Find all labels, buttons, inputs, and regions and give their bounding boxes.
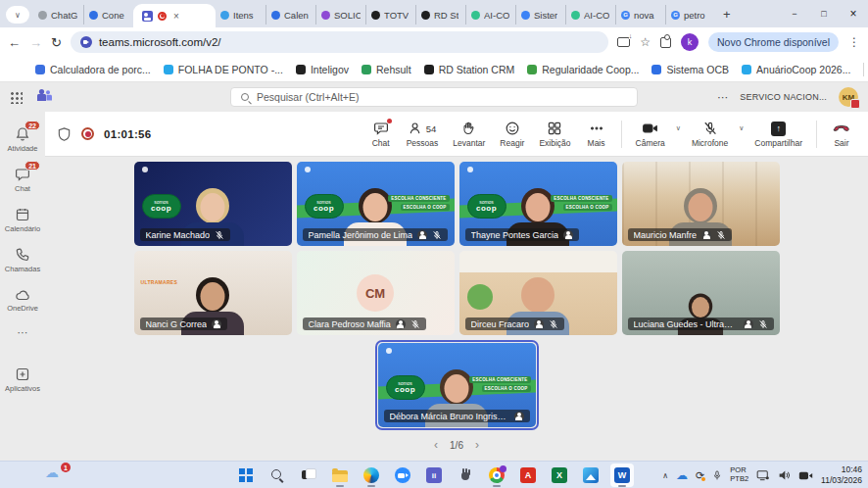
more-button[interactable]: Mais [580, 114, 613, 155]
bookmark-item[interactable]: RD Station CRM [424, 64, 515, 75]
previous-page-icon[interactable] [434, 438, 438, 452]
browser-tab[interactable]: AI-CO [565, 5, 615, 24]
participant-tile[interactable]: ESCOLHA CONSCIENTE ESCOLHA O COOP somos … [297, 251, 455, 335]
bookmark-item[interactable]: FOLHA DE PONTO -... [164, 64, 283, 75]
sidebar-item-chamadas[interactable]: Chamadas [0, 240, 45, 279]
camera-options-chevron[interactable] [674, 124, 683, 132]
participant-tile[interactable]: ESCOLHA CONSCIENTE ESCOLHA O COOP somos … [622, 162, 780, 246]
browser-menu-icon[interactable] [848, 35, 860, 49]
weather-widget-icon[interactable]: 1 [45, 465, 69, 485]
volume-tray-icon[interactable] [778, 469, 791, 481]
new-tab-button[interactable] [723, 7, 731, 22]
shield-icon[interactable] [57, 126, 72, 142]
bookmark-item[interactable]: Calculadora de porc... [35, 64, 151, 75]
forward-button[interactable] [29, 35, 42, 50]
chrome-icon[interactable] [485, 464, 508, 487]
minimize-button[interactable] [780, 0, 809, 27]
participant-tile[interactable]: ESCOLHA CONSCIENTE ESCOLHA O COOP somos … [459, 162, 617, 246]
participant-tile[interactable]: ESCOLHA CONSCIENTE ESCOLHA O COOP somos … [134, 251, 292, 335]
leave-button[interactable]: Sair [825, 114, 858, 155]
browser-tab[interactable]: Cone [83, 5, 133, 24]
waffle-menu-icon[interactable] [10, 91, 23, 104]
react-button[interactable]: Reagir [494, 114, 530, 155]
bookmark-star-icon[interactable] [640, 35, 651, 49]
browser-tab-active-teams[interactable] [133, 4, 216, 27]
bookmark-item[interactable]: Inteligov [296, 64, 349, 75]
photos-icon[interactable] [579, 464, 603, 487]
sync-tray-icon[interactable] [696, 469, 704, 482]
tab-label: ChatG [51, 10, 77, 21]
reload-button[interactable] [51, 35, 62, 50]
bookmark-item[interactable]: Rehsult [362, 64, 411, 75]
extensions-icon[interactable] [660, 37, 671, 48]
browser-tab[interactable]: TOTV [365, 5, 415, 24]
profile-avatar[interactable]: k [681, 33, 699, 51]
teams-search-input[interactable]: Pesquisar (Ctrl+Alt+E) [230, 87, 638, 107]
system-tray: POR PTB2 10:46 11/03/2026 [662, 462, 862, 488]
sidebar-item-aplicativos[interactable]: Aplicativos [0, 360, 45, 399]
raise-hand-button[interactable]: Levantar [447, 114, 491, 155]
sidebar-item-chat[interactable]: Chat 21 [0, 160, 45, 199]
apps-plus-icon [15, 366, 30, 382]
browser-tab[interactable]: Itens [216, 5, 265, 24]
onedrive-tray-icon[interactable] [676, 468, 688, 482]
sidebar-item-calendario[interactable]: Calendário [0, 200, 45, 239]
camera-tray-icon[interactable] [798, 470, 813, 481]
browser-tab[interactable]: G nova [615, 5, 665, 24]
excel-icon[interactable] [548, 464, 571, 487]
browser-tab[interactable]: RD St [415, 5, 465, 24]
language-indicator[interactable]: POR PTB2 [730, 466, 748, 483]
browser-tab[interactable]: AI-CO [465, 5, 515, 24]
address-bar[interactable]: teams.microsoft.com/v2/ [71, 31, 608, 53]
bookmark-item[interactable]: Regularidade Coop... [527, 64, 639, 75]
browser-tab[interactable]: Sister [515, 5, 565, 24]
next-page-icon[interactable] [475, 438, 479, 452]
share-button[interactable]: Compartilhar [748, 114, 808, 155]
zoom-app-icon[interactable] [391, 464, 414, 487]
sidebar-item-atividade[interactable]: Atividade 22 [0, 120, 45, 159]
word-icon[interactable] [610, 464, 634, 487]
install-app-icon[interactable] [617, 37, 630, 47]
edge-browser-icon[interactable] [360, 464, 383, 487]
browser-tab[interactable]: G petro [665, 5, 715, 24]
hidden-icons-chevron[interactable] [662, 471, 668, 480]
maximize-button[interactable] [809, 0, 839, 27]
acrobat-icon[interactable] [516, 464, 540, 487]
chrome-update-button[interactable]: Novo Chrome disponível [708, 32, 839, 52]
bookmark-item[interactable]: Sistema OCB [651, 64, 729, 75]
browser-tab[interactable]: SOLIC [315, 5, 365, 24]
chat-button[interactable]: Chat [364, 114, 398, 155]
bookmark-item[interactable]: AnuárioCoop 2026... [742, 64, 850, 75]
participant-tile[interactable]: ESCOLHA CONSCIENTE ESCOLHA O COOP somos … [134, 162, 292, 246]
microphone-options-chevron[interactable] [737, 124, 746, 132]
start-button[interactable] [234, 464, 258, 487]
taskbar-clock[interactable]: 10:46 11/03/2026 [821, 464, 862, 485]
bookmarks-bar: Calculadora de porc... FOLHA DE PONTO -.… [0, 57, 868, 82]
close-window-button[interactable] [839, 0, 868, 27]
sidebar-item-onedrive[interactable]: OneDrive [0, 280, 45, 319]
microphone-tray-icon[interactable] [712, 469, 722, 481]
view-button[interactable]: Exibição [533, 114, 576, 155]
participant-tile[interactable]: ESCOLHA CONSCIENTE ESCOLHA O COOP somos … [375, 340, 539, 430]
browser-tab[interactable]: Calen [265, 5, 315, 24]
network-tray-icon[interactable] [756, 469, 770, 481]
org-name[interactable]: SERVICO NACION... [740, 92, 827, 102]
browser-tab[interactable]: ChatG [33, 5, 83, 24]
microphone-button[interactable]: Microfone [686, 114, 734, 155]
tab-close-icon[interactable] [173, 11, 179, 22]
back-button[interactable] [8, 35, 21, 50]
user-avatar[interactable]: KM [839, 87, 858, 107]
task-view-icon[interactable] [297, 464, 320, 487]
camera-button[interactable]: Câmera [630, 114, 671, 155]
teams-app-icon[interactable] [422, 464, 446, 487]
participant-tile[interactable]: ESCOLHA CONSCIENTE ESCOLHA O COOP somos … [297, 162, 455, 246]
file-explorer-icon[interactable] [328, 464, 352, 487]
participant-tile[interactable]: ESCOLHA CONSCIENTE ESCOLHA O COOP somos … [622, 251, 780, 335]
sidebar-more-icon[interactable] [18, 320, 28, 344]
tab-search-button[interactable] [6, 6, 29, 24]
taskbar-search-icon[interactable] [265, 464, 289, 487]
header-more-icon[interactable] [717, 91, 728, 104]
people-button[interactable]: 54 Pessoas [401, 114, 445, 155]
participant-tile[interactable]: ESCOLHA CONSCIENTE ESCOLHA O COOP somos … [459, 251, 617, 335]
hand-tool-icon[interactable] [454, 464, 477, 487]
